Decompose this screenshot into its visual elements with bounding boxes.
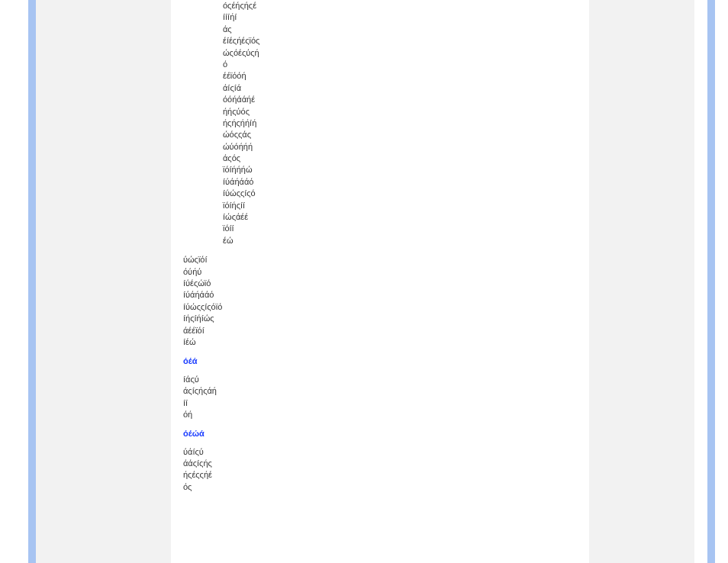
main-content: óςέήςήςέ íííήí άς έíέςήέςϊός ώςόέςύςή ό … xyxy=(183,0,565,563)
text-block-2: ύώςϊόí όύήύ íύέςώϊό íύάήάάό íύώςςíςόϊό í… xyxy=(183,254,565,348)
text-line: όύήύ xyxy=(183,266,565,278)
text-line: έíέςήέςϊός xyxy=(223,35,565,47)
text-line: άάςíςής xyxy=(183,458,565,469)
text-line: έώ xyxy=(223,235,565,246)
text-line: άς xyxy=(223,24,565,35)
text-line: ϊόíήήήώ xyxy=(223,164,565,175)
text-line: íύάήάάό xyxy=(183,289,565,301)
text-line: ήήςύός xyxy=(223,106,565,117)
text-line: íάςύ xyxy=(183,374,565,385)
text-line: íύώςςíςόϊό xyxy=(183,301,565,313)
text-line: ήςέςςήέ xyxy=(183,469,565,481)
text-line: íήςíήíώς xyxy=(183,313,565,324)
text-line: άíςíά xyxy=(223,82,565,94)
section-heading-2: όέώά xyxy=(183,420,565,446)
text-line: ώόςςάς xyxy=(223,129,565,140)
text-line: ύάíςύ xyxy=(183,446,565,458)
text-line: íύάήάάό xyxy=(223,176,565,188)
text-line: ύώςϊόí xyxy=(183,254,565,265)
left-sidebar-bg xyxy=(32,0,171,563)
section-heading-1: όέά xyxy=(183,348,565,373)
page-container: óςέήςήςέ íííήí άς έíέςήέςϊός ώςόέςύςή ό … xyxy=(0,0,728,563)
text-line: ϊόíí xyxy=(223,223,565,234)
text-block-4: ύάíςύ άάςíςής ήςέςςήέ ός xyxy=(183,446,565,494)
text-line: όή xyxy=(183,409,565,420)
right-sidebar-accent xyxy=(707,0,715,563)
left-sidebar-accent xyxy=(28,0,36,563)
spacer xyxy=(183,246,565,254)
right-sidebar-bg xyxy=(589,0,694,563)
text-block-1-indented: óςέήςήςέ íííήí άς έíέςήέςϊός ώςόέςύςή ό … xyxy=(183,0,565,246)
text-line: íύέςώϊό xyxy=(183,278,565,289)
text-line: íέώ xyxy=(183,336,565,348)
text-line: óςέήςήςέ xyxy=(223,0,565,11)
text-line: íí xyxy=(183,397,565,409)
text-line: ό xyxy=(223,59,565,70)
text-line: άςíςήςάή xyxy=(183,385,565,397)
text-line: ήςήςήήíή xyxy=(223,117,565,129)
text-line: ϊόíήςíí xyxy=(223,200,565,211)
text-line: όόήάάήέ xyxy=(223,94,565,105)
text-line: ώςόέςύςή xyxy=(223,47,565,59)
text-line: έέϊόόή xyxy=(223,70,565,82)
text-line: άςός xyxy=(223,153,565,164)
text-line: ός xyxy=(183,481,565,493)
text-line: íύώςςíςό xyxy=(223,188,565,199)
text-line: άέέϊόí xyxy=(183,325,565,336)
text-block-3: íάςύ άςíςήςάή íí όή xyxy=(183,374,565,421)
text-line: ώύόήήή xyxy=(223,141,565,153)
text-line: íííήí xyxy=(223,11,565,23)
text-line: íώςάέέ xyxy=(223,211,565,223)
